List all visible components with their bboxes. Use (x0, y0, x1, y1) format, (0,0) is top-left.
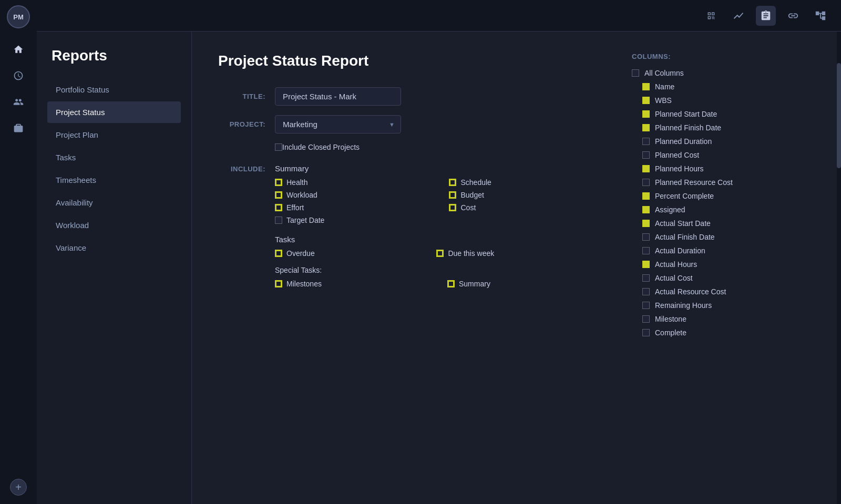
check-item-cost: Cost (449, 203, 600, 212)
milestone-checkbox[interactable] (642, 315, 650, 323)
planned-start-checkbox[interactable] (642, 110, 650, 118)
overdue-label: Overdue (286, 249, 315, 258)
actual-start-label: Actual Start Date (655, 219, 711, 228)
actual-resource-cost-label: Actual Resource Cost (655, 287, 726, 296)
check-item-workload: Workload (275, 191, 433, 199)
column-item-planned-start: Planned Start Date (632, 110, 811, 118)
summary-special-label: Summary (459, 280, 490, 288)
all-columns-checkbox[interactable] (632, 69, 639, 77)
app-logo[interactable]: PM (7, 5, 30, 28)
name-col-label: Name (655, 83, 674, 91)
clipboard-toolbar-icon[interactable] (756, 6, 776, 26)
planned-hours-checkbox[interactable] (642, 165, 650, 172)
sidebar-item-project-status[interactable]: Project Status (47, 101, 181, 123)
milestones-label: Milestones (286, 280, 322, 288)
clock-nav-icon[interactable] (7, 64, 30, 87)
include-closed-checkbox[interactable] (275, 143, 282, 151)
cost-checkbox[interactable] (449, 204, 456, 211)
people-nav-icon[interactable] (7, 90, 30, 114)
sidebar-item-workload[interactable]: Workload (47, 214, 181, 236)
column-item-actual-start: Actual Start Date (632, 219, 811, 228)
column-item-planned-hours: Planned Hours (632, 164, 811, 173)
planned-duration-checkbox[interactable] (642, 138, 650, 145)
summary-group-title: Summary (275, 164, 600, 173)
schedule-label: Schedule (460, 178, 491, 187)
briefcase-nav-icon[interactable] (7, 117, 30, 140)
columns-panel: COLUMNS: All Columns Name WBS (632, 53, 811, 483)
project-select-wrapper: Marketing (275, 115, 401, 133)
planned-cost-checkbox[interactable] (642, 151, 650, 159)
percent-complete-checkbox[interactable] (642, 192, 650, 200)
name-checkbox[interactable] (642, 83, 650, 90)
schedule-checkbox[interactable] (449, 179, 456, 186)
project-row: PROJECT: Marketing (218, 115, 600, 133)
actual-finish-checkbox[interactable] (642, 233, 650, 241)
actual-hours-label: Actual Hours (655, 260, 697, 269)
due-this-week-checkbox[interactable] (436, 250, 444, 257)
actual-cost-checkbox[interactable] (642, 274, 650, 282)
sidebar-item-timesheets[interactable]: Timesheets (47, 169, 181, 191)
project-select[interactable]: Marketing (275, 115, 401, 133)
effort-checkbox[interactable] (275, 204, 282, 211)
home-nav-icon[interactable] (7, 38, 30, 61)
special-tasks-checkboxes: Milestones Summary (275, 280, 600, 288)
scan-toolbar-icon[interactable] (701, 6, 721, 26)
title-input[interactable] (275, 87, 401, 106)
workload-label: Workload (286, 191, 317, 199)
planned-resource-cost-label: Planned Resource Cost (655, 178, 733, 187)
hierarchy-toolbar-icon[interactable] (811, 6, 830, 26)
columns-title: COLUMNS: (632, 53, 811, 60)
check-item-health: Health (275, 178, 433, 187)
effort-label: Effort (286, 203, 304, 212)
sidebar-title: Reports (47, 47, 181, 64)
column-item-actual-finish: Actual Finish Date (632, 233, 811, 241)
remaining-hours-checkbox[interactable] (642, 302, 650, 309)
sidebar-item-project-plan[interactable]: Project Plan (47, 124, 181, 146)
assigned-checkbox[interactable] (642, 206, 650, 213)
report-main: Project Status Report TITLE: PROJECT: Ma… (192, 32, 837, 504)
target-date-checkbox[interactable] (275, 217, 282, 224)
wbs-checkbox[interactable] (642, 97, 650, 104)
special-tasks-title: Special Tasks: (275, 266, 600, 274)
check-item-target-date: Target Date (275, 216, 433, 224)
budget-checkbox[interactable] (449, 191, 456, 199)
column-item-remaining-hours: Remaining Hours (632, 301, 811, 310)
actual-resource-cost-checkbox[interactable] (642, 288, 650, 295)
planned-resource-cost-checkbox[interactable] (642, 179, 650, 186)
project-label: PROJECT: (218, 120, 265, 128)
column-item-planned-duration: Planned Duration (632, 137, 811, 146)
include-closed-row: Include Closed Projects (275, 143, 600, 151)
column-item-all: All Columns (632, 69, 811, 77)
include-closed-label: Include Closed Projects (282, 143, 360, 151)
include-label: INCLUDE: (218, 164, 265, 299)
planned-finish-label: Planned Finish Date (655, 124, 721, 132)
due-this-week-label: Due this week (448, 249, 494, 258)
actual-start-checkbox[interactable] (642, 220, 650, 227)
actual-hours-checkbox[interactable] (642, 261, 650, 268)
sidebar-item-variance[interactable]: Variance (47, 237, 181, 259)
add-button[interactable]: + (10, 479, 27, 496)
complete-checkbox[interactable] (642, 329, 650, 336)
target-date-label: Target Date (286, 216, 324, 224)
health-checkbox[interactable] (275, 179, 282, 186)
actual-duration-label: Actual Duration (655, 246, 705, 255)
sidebar-item-tasks[interactable]: Tasks (47, 147, 181, 168)
sidebar-item-availability[interactable]: Availability (47, 192, 181, 213)
planned-cost-label: Planned Cost (655, 151, 699, 159)
column-item-planned-resource-cost: Planned Resource Cost (632, 178, 811, 187)
milestones-checkbox[interactable] (275, 280, 282, 287)
actual-duration-checkbox[interactable] (642, 247, 650, 254)
link-toolbar-icon[interactable] (783, 6, 803, 26)
workload-checkbox[interactable] (275, 191, 282, 199)
scrollbar-thumb[interactable] (837, 63, 841, 168)
summary-special-checkbox[interactable] (447, 280, 455, 287)
waveform-toolbar-icon[interactable] (729, 6, 748, 26)
column-item-assigned: Assigned (632, 205, 811, 214)
column-item-milestone: Milestone (632, 315, 811, 323)
column-item-complete: Complete (632, 328, 811, 337)
sidebar-item-portfolio-status[interactable]: Portfolio Status (47, 79, 181, 100)
overdue-checkbox[interactable] (275, 250, 282, 257)
scrollbar-track[interactable] (837, 32, 841, 504)
column-item-actual-duration: Actual Duration (632, 246, 811, 255)
planned-finish-checkbox[interactable] (642, 124, 650, 131)
